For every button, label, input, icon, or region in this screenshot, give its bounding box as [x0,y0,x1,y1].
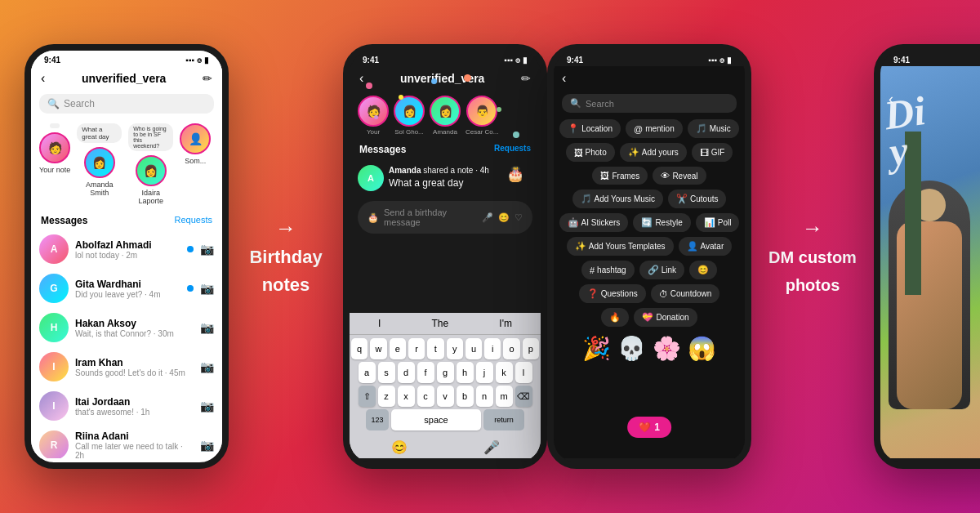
phone2-requests[interactable]: Requests [494,144,531,155]
stickers-grid: 📍 Location @ mention 🎵 Music 🖼 [554,116,745,330]
key-return[interactable]: return [483,409,524,430]
sticker-search-bar[interactable]: 🔍 Search [562,94,737,113]
hashtag-chip-icon: # [590,265,595,275]
key-w[interactable]: w [370,338,386,359]
suggestion-2[interactable]: I'm [499,318,512,329]
story-item-your-note[interactable]: 🧑 Your note [39,123,70,205]
sticker-frames[interactable]: 🖼 Frames [592,167,648,185]
sticker-emoji-1[interactable]: 🎉 [582,335,611,362]
edit-icon[interactable]: ✏ [203,72,212,85]
key-q[interactable]: q [351,338,368,359]
key-space[interactable]: space [391,409,481,430]
phone1-search-bar[interactable]: 🔍 Search [39,94,214,114]
heart-reaction-button[interactable]: ❤️ 1 [627,417,671,438]
key-k[interactable]: k [496,362,513,383]
requests-link[interactable]: Requests [175,215,212,226]
key-j[interactable]: j [476,362,493,383]
story-item-som[interactable]: 👤 Som... [180,123,211,205]
phone2-back-button[interactable]: ‹ [359,71,363,86]
sticker-avatar[interactable]: 👤 Avatar [679,237,733,256]
note-msg-time: shared a note · 4h [423,166,489,175]
key-d[interactable]: d [398,362,415,383]
sticker-reveal[interactable]: 👁 Reveal [653,167,706,185]
key-b[interactable]: b [457,386,474,407]
key-a[interactable]: a [359,362,376,383]
label1-text: Birthday notes [249,247,322,295]
key-o[interactable]: o [503,338,519,359]
key-m[interactable]: m [496,386,513,407]
phone2-edit-icon[interactable]: ✏ [521,72,531,85]
key-t[interactable]: t [427,338,443,359]
key-i[interactable]: i [484,338,501,359]
sticker-questions[interactable]: ❓ Questions [579,284,646,303]
key-z[interactable]: z [378,386,395,407]
message-item-2[interactable]: H Hakan Aksoy Wait, is that Connor? · 30… [31,308,222,347]
sticker-gif[interactable]: 🎞 GIF [692,143,733,162]
camera-icon-5[interactable]: 📷 [200,439,214,452]
sticker-restyle[interactable]: 🔄 Restyle [633,213,690,232]
note-message-item[interactable]: A Amanda shared a note · 4h What a great… [358,165,532,191]
key-h[interactable]: h [457,362,474,383]
key-s[interactable]: s [378,362,395,383]
story-item-idaira[interactable]: Who is going to be in SF this weekend? 👩… [128,123,173,205]
story-dark-sol[interactable]: 👩 Sol Gho... [394,96,425,136]
phone4-back-button[interactable]: ‹ [889,91,893,108]
message-item-4[interactable]: I Itai Jordaan that's awesome! · 1h 📷 [31,386,222,426]
sticker-poll[interactable]: 📊 Poll [696,213,740,232]
key-n[interactable]: n [476,386,493,407]
sticker-emoji-2[interactable]: 💀 [617,335,646,362]
birthday-message-input[interactable]: 🎂 Send a birthday message 🎤 😊 ♡ [358,201,532,234]
sticker-cutouts[interactable]: ✂️ Cutouts [668,190,726,208]
key-l[interactable]: l [515,362,532,383]
sticker-add-yours-music[interactable]: 🎵 Add Yours Music [572,190,664,208]
phone3-battery-icon: ▮ [727,56,732,65]
mic-kb-icon[interactable]: 🎤 [483,439,500,455]
sticker-location[interactable]: 📍 Location [559,119,621,138]
emoji-kb-icon[interactable]: 😊 [391,439,408,455]
message-item-5[interactable]: R Riina Adani Call me later we need to t… [31,426,222,458]
key-x[interactable]: x [398,386,415,407]
story-dark-amanda[interactable]: 👩 Amanda [430,96,461,136]
camera-icon-3[interactable]: 📷 [200,360,214,373]
camera-icon-2[interactable]: 📷 [200,321,214,334]
key-r[interactable]: r [408,338,425,359]
key-delete[interactable]: ⌫ [515,386,532,407]
message-item-1[interactable]: G Gita Wardhani Did you leave yet? · 4m … [31,269,222,308]
camera-icon-1[interactable]: 📷 [200,282,214,295]
camera-icon-4[interactable]: 📷 [200,399,214,413]
sticker-music[interactable]: 🎵 Music [688,119,739,138]
key-y[interactable]: y [447,338,463,359]
key-numbers[interactable]: 123 [366,409,389,430]
message-item-3[interactable]: I Iram Khan Sounds good! Let's do it · 4… [31,347,222,386]
sticker-emoji-3[interactable]: 🌸 [653,335,681,362]
phone3-back-button[interactable]: ‹ [562,71,566,86]
suggestion-1[interactable]: The [432,318,449,329]
story-dark-cesar[interactable]: 👨 Cesar Co... [466,96,498,136]
message-item-0[interactable]: A Abolfazl Ahmadi lol not today · 2m 📷 [31,230,222,269]
key-v[interactable]: v [437,386,454,407]
key-u[interactable]: u [466,338,482,359]
suggestion-0[interactable]: I [378,318,381,329]
sticker-donation[interactable]: 💝 Donation [634,308,697,327]
sticker-add-yours-templates[interactable]: ✨ Add Yours Templates [567,237,674,256]
key-g[interactable]: g [437,362,454,383]
key-c[interactable]: c [417,386,434,407]
sticker-countdown[interactable]: ⏱ Countdown [651,284,720,303]
sticker-add-yours[interactable]: ✨ Add yours [620,143,687,162]
key-f[interactable]: f [417,362,434,383]
sticker-emoji-4[interactable]: 😱 [688,335,716,362]
back-button[interactable]: ‹ [41,71,45,86]
key-p[interactable]: p [523,338,539,359]
sticker-mention[interactable]: @ mention [626,119,683,138]
sticker-hashtag[interactable]: # hashtag [581,261,635,279]
story-dark-your[interactable]: 🧑 Your [358,96,389,136]
sticker-fire[interactable]: 🔥 [601,308,629,327]
key-e[interactable]: e [390,338,406,359]
sticker-ai-stickers[interactable]: 🤖 AI Stickers [559,213,629,232]
camera-icon-0[interactable]: 📷 [200,243,214,256]
sticker-emoji-chip[interactable]: 😊 [689,261,717,279]
sticker-photo[interactable]: 🖼 Photo [566,143,615,162]
sticker-link[interactable]: 🔗 Link [639,261,684,279]
key-shift[interactable]: ⇧ [359,386,376,407]
story-item-amanda[interactable]: What a great day 👩 Amanda Smith [77,123,122,205]
